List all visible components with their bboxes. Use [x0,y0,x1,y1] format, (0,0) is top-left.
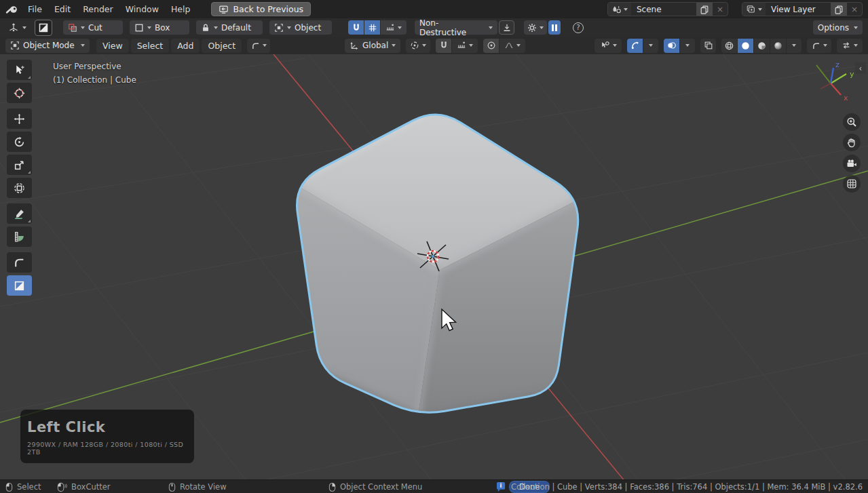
preset-dropdown[interactable]: Default [196,20,263,35]
active-object-text: (1) Collection | Cube [53,73,136,87]
active-tool-boxcutter-button[interactable] [35,20,52,36]
mode-dropdown[interactable]: Object [269,20,332,35]
overlays-dropdown[interactable] [680,39,695,53]
hint-label: BoxCutter [71,482,111,492]
shading-group [721,39,801,53]
view-layer-selector: View Layer × [742,2,863,16]
hint-label: Select [17,482,41,492]
chevron-down-icon [263,44,267,47]
proportional-edit-toggle[interactable] [483,39,499,53]
pivot-point-dropdown[interactable] [406,39,430,53]
options-dropdown[interactable]: Options [813,20,863,35]
camera-view-button[interactable] [843,155,861,172]
proportional-edit-group [483,39,525,53]
svg-text:i: i [500,482,502,489]
settings-dropdown[interactable] [524,20,547,35]
editor-type-icon [8,22,19,33]
rendered-sphere-icon [773,41,783,51]
box-shape-icon [134,23,144,33]
gizmos-toggle[interactable] [627,39,643,53]
object-type-visibility-dropdown[interactable] [595,39,622,53]
menu-help[interactable]: Help [165,0,197,18]
snap-toggle-group [348,20,407,35]
hops-helper-dropdown[interactable] [807,39,831,53]
chevron-down-icon [823,44,827,47]
shading-solid-button[interactable] [738,39,753,53]
tool-hops-corner[interactable] [7,252,32,273]
snap-with-dropdown[interactable] [452,39,478,53]
menu-file[interactable]: File [22,0,48,18]
menu-select[interactable]: Select [131,39,170,53]
import-shape-button[interactable] [499,20,514,35]
snap-magnet-toggle[interactable] [348,20,364,35]
orientation-dropdown[interactable]: Global [345,39,400,53]
tool-boxcutter[interactable] [7,275,32,296]
scene-new-button[interactable] [696,3,713,16]
shading-dropdown[interactable] [787,39,801,53]
mouse-middle-icon [168,482,176,492]
shading-wireframe-button[interactable] [721,39,737,53]
chevron-down-icon [854,26,858,29]
tool-annotate[interactable] [7,203,32,224]
view-layer-browse-button[interactable] [742,3,766,16]
pause-toggle[interactable] [548,20,561,35]
hint-label: Rotate View [180,482,227,492]
toolbar [7,60,32,298]
menu-edit[interactable]: Edit [48,0,77,18]
pan-button[interactable] [843,134,861,151]
solid-sphere-icon [740,41,751,51]
exchange-arrows-icon [842,41,851,50]
back-to-previous-label: Back to Previous [233,4,303,14]
blender-logo-icon[interactable] [5,3,19,16]
mirror-gizmo-dropdown[interactable] [837,39,863,53]
tool-fallback-dropdown[interactable] [247,39,270,53]
overlays-toggle[interactable] [664,39,679,53]
snap-toggle[interactable] [436,39,451,53]
cube-object[interactable] [293,108,582,416]
snap-grid-toggle[interactable] [364,20,380,35]
cut-mode-dropdown[interactable]: Cut [63,20,123,35]
tool-measure[interactable] [7,226,32,247]
view-layer-name-field[interactable]: View Layer [766,5,831,14]
menu-render[interactable]: Render [77,0,119,18]
hint-label: Object Context Menu [340,482,422,492]
gizmos-dropdown[interactable] [643,39,658,53]
editor-type-dropdown[interactable] [5,20,29,35]
menu-window[interactable]: Window [119,0,165,18]
tool-cursor[interactable] [7,83,32,103]
perspective-toggle-button[interactable] [843,175,861,193]
menu-object[interactable]: Object [202,39,242,53]
tool-move[interactable] [7,109,32,129]
shading-rendered-button[interactable] [770,39,786,53]
menu-view[interactable]: View [96,39,129,53]
scene-selector: Scene × [607,2,728,16]
xray-toggle[interactable] [700,39,716,53]
view-layer-new-button[interactable] [831,3,847,16]
tool-scale[interactable] [7,155,32,175]
scene-browse-button[interactable] [608,3,631,16]
view-layer-remove-button[interactable]: × [847,3,862,16]
proportional-circle-icon [487,41,496,50]
zoom-button[interactable] [843,113,861,131]
shape-dropdown[interactable]: Box [130,20,189,35]
shading-material-button[interactable] [754,39,770,53]
menu-add[interactable]: Add [171,39,200,53]
snap-increment-dropdown[interactable] [381,20,407,35]
select-cursor-icon [14,64,25,76]
back-to-previous-button[interactable]: Back to Previous [211,2,311,16]
tool-select-box[interactable] [7,60,32,80]
hint-rotate-view: Rotate View [168,480,227,493]
sidebar-collapse-arrow[interactable]: ‹ [855,62,866,74]
tool-rotate[interactable] [7,132,32,152]
tool-transform[interactable] [7,178,32,198]
interaction-mode-dropdown[interactable]: Object Mode [5,39,90,53]
scene-unlink-button[interactable]: × [713,3,728,16]
behavior-label: Non-Destructive [419,18,485,37]
screencast-key: Left Click [27,419,187,435]
falloff-dropdown[interactable] [499,39,525,53]
help-button[interactable]: ? [573,22,584,33]
behavior-dropdown[interactable]: Non-Destructive [415,20,497,35]
scene-name-field[interactable]: Scene [631,5,696,14]
navigation-gizmo[interactable]: y z x [816,60,854,102]
hint-context-menu: Object Context Menu [328,480,422,493]
